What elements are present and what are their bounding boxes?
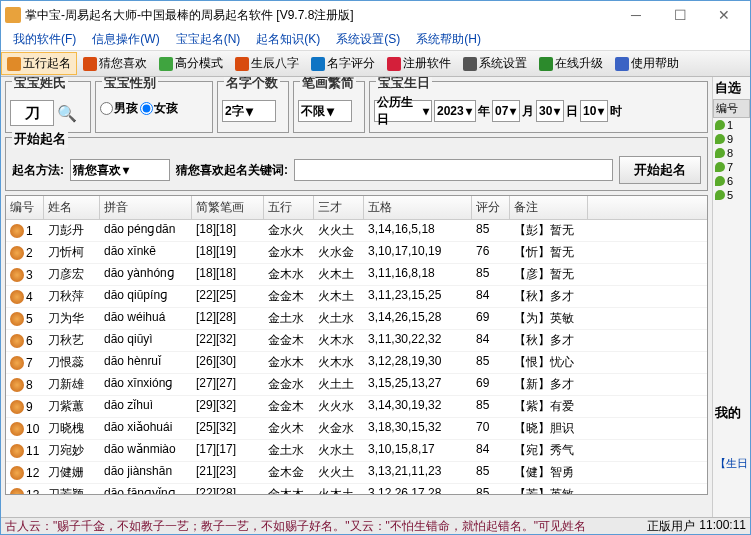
table-row[interactable]: 8刀新雄dāo xīnxiónɡ[27][27]金金水火土土3,15,25,13… (6, 374, 707, 396)
toolbar-button[interactable]: 系统设置 (457, 52, 533, 75)
toolbar-button[interactable]: 使用帮助 (609, 52, 685, 75)
row-icon (10, 422, 24, 436)
surname-label: 宝宝姓氏 (12, 77, 68, 92)
table-row[interactable]: 1刀彭丹dāo pénɡdān[18][18]金水火火火土3,14,16,5,1… (6, 220, 707, 242)
cell: 85 (472, 484, 510, 495)
menu-item[interactable]: 系统设置(S) (328, 29, 408, 50)
table-row[interactable]: 10刀晓槐dāo xiǎohuái[25][32]金火木火金水3,18,30,1… (6, 418, 707, 440)
menu-item[interactable]: 我的软件(F) (5, 29, 84, 50)
cell: 刀为华 (44, 308, 100, 329)
column-header[interactable]: 五行 (264, 196, 314, 219)
cell: 11 (6, 440, 44, 461)
cell: 85 (472, 220, 510, 241)
column-header[interactable]: 五格 (364, 196, 472, 219)
cell: 火金水 (314, 418, 364, 439)
row-icon (10, 246, 24, 260)
cell: 3,13,21,11,23 (364, 462, 472, 483)
namecount-select[interactable]: 2字 (222, 100, 276, 122)
month-select[interactable]: 07 (492, 100, 520, 122)
column-header[interactable]: 拼音 (100, 196, 192, 219)
table-row[interactable]: 6刀秋艺dāo qiūyì[22][32]金金木火木水3,11,30,22,32… (6, 330, 707, 352)
cell: 火木土 (314, 484, 364, 495)
table-row[interactable]: 3刀彦宏dāo yànhónɡ[18][18]金木水火木土3,11,16,8,1… (6, 264, 707, 286)
close-button[interactable]: ✕ (702, 1, 746, 29)
search-icon[interactable]: 🔍 (57, 104, 77, 123)
cell: 金土水 (264, 440, 314, 461)
cell: 3,12,26,17,28 (364, 484, 472, 495)
table-row[interactable]: 7刀恨蕊dāo hènruǐ[26][30]金水木火木水3,12,28,19,3… (6, 352, 707, 374)
cell: 10 (6, 418, 44, 439)
start-button[interactable]: 开始起名 (619, 156, 701, 184)
cell: 刀秋萍 (44, 286, 100, 307)
bean-icon (715, 162, 725, 172)
strokes-select[interactable]: 不限 (298, 100, 352, 122)
right-list-item[interactable]: 9 (713, 132, 750, 146)
bean-icon (715, 176, 725, 186)
minimize-button[interactable]: ─ (614, 1, 658, 29)
year-select[interactable]: 2023 (434, 100, 476, 122)
toolbar-button[interactable]: 猜您喜欢 (77, 52, 153, 75)
cell: 火木水 (314, 352, 364, 373)
table-row[interactable]: 12刀健姗dāo jiànshān[21][23]金木金火火土3,13,21,1… (6, 462, 707, 484)
column-header[interactable]: 评分 (472, 196, 510, 219)
cell: 金金木 (264, 286, 314, 307)
hour-suffix: 时 (610, 103, 622, 120)
day-select[interactable]: 30 (536, 100, 564, 122)
grid-body[interactable]: 1刀彭丹dāo pénɡdān[18][18]金水火火火土3,14,16,5,1… (6, 220, 707, 495)
toolbar-button[interactable]: 高分模式 (153, 52, 229, 75)
cell: 3 (6, 264, 44, 285)
column-header[interactable]: 三才 (314, 196, 364, 219)
menu-item[interactable]: 信息操作(W) (84, 29, 167, 50)
table-row[interactable]: 5刀为华dāo wéihuá[12][28]金土水火土水3,14,26,15,2… (6, 308, 707, 330)
cell: dāo wǎnmiào (100, 440, 192, 461)
table-row[interactable]: 11刀宛妙dāo wǎnmiào[17][17]金土水火水土3,10,15,8,… (6, 440, 707, 462)
toolbar-button[interactable]: 名字评分 (305, 52, 381, 75)
table-row[interactable]: 9刀紫蕙dāo zǐhuì[29][32]金金木火火水3,14,30,19,32… (6, 396, 707, 418)
year-suffix: 年 (478, 103, 490, 120)
column-header[interactable]: 姓名 (44, 196, 100, 219)
cell: 金金木 (264, 330, 314, 351)
window-title: 掌中宝-周易起名大师-中国最棒的周易起名软件 [V9.7.8注册版] (25, 7, 614, 24)
table-row[interactable]: 4刀秋萍dāo qiūpínɡ[22][25]金金木火木土3,11,23,15,… (6, 286, 707, 308)
cell: 刀新雄 (44, 374, 100, 395)
toolbar-button[interactable]: 在线升级 (533, 52, 609, 75)
column-header[interactable]: 编号 (6, 196, 44, 219)
gender-male-radio[interactable]: 男孩 (100, 100, 138, 117)
menu-item[interactable]: 起名知识(K) (248, 29, 328, 50)
keyword-label: 猜您喜欢起名关键词: (176, 162, 288, 179)
column-header[interactable]: 备注 (510, 196, 588, 219)
month-suffix: 月 (522, 103, 534, 120)
menu-item[interactable]: 宝宝起名(N) (168, 29, 249, 50)
toolbar-button[interactable]: 生辰八字 (229, 52, 305, 75)
column-header[interactable]: 简繁笔画 (192, 196, 264, 219)
cell: dāo xīnxiónɡ (100, 374, 192, 395)
right-list-item[interactable]: 7 (713, 160, 750, 174)
cell: 3,14,30,19,32 (364, 396, 472, 417)
table-row[interactable]: 13刀芳颖dāo fānɡyǐnɡ[22][28]金木木火木土3,12,26,1… (6, 484, 707, 495)
right-list-item[interactable]: 1 (713, 118, 750, 132)
table-row[interactable]: 2刀忻柯dāo xīnkē[18][19]金水木火水金3,10,17,10,19… (6, 242, 707, 264)
right-list-item[interactable]: 6 (713, 174, 750, 188)
menu-item[interactable]: 系统帮助(H) (408, 29, 489, 50)
tool-label: 系统设置 (479, 55, 527, 72)
surname-input[interactable] (10, 100, 54, 126)
maximize-button[interactable]: ☐ (658, 1, 702, 29)
birth-type-select[interactable]: 公历生日 (374, 100, 432, 122)
cell: 【为】英敏 (510, 308, 588, 329)
bean-icon (715, 134, 725, 144)
gender-female-radio[interactable]: 女孩 (140, 100, 178, 117)
toolbar-button[interactable]: 注册软件 (381, 52, 457, 75)
cell: 金金木 (264, 396, 314, 417)
right-list-item[interactable]: 5 (713, 188, 750, 202)
right-list-item[interactable]: 8 (713, 146, 750, 160)
tool-icon (7, 57, 21, 71)
row-icon (10, 334, 24, 348)
tool-icon (235, 57, 249, 71)
method-select[interactable]: 猜您喜欢 (70, 159, 170, 181)
hour-select[interactable]: 10 (580, 100, 608, 122)
cell: 13 (6, 484, 44, 495)
right-link[interactable]: 【生日 (713, 454, 750, 473)
row-icon (10, 466, 24, 480)
keyword-input[interactable] (294, 159, 613, 181)
toolbar-button[interactable]: 五行起名 (1, 52, 77, 75)
